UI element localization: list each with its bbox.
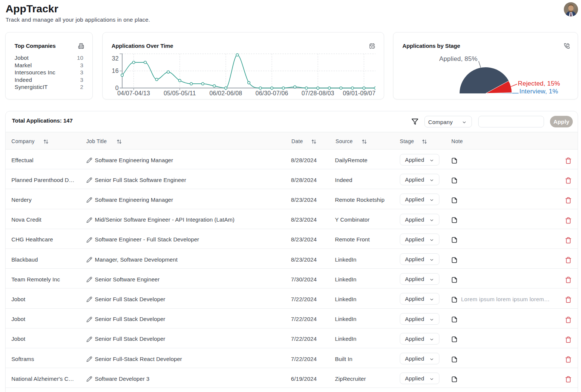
svg-text:07/28-08/03: 07/28-08/03 [301,90,334,96]
svg-text:05/05-05/11: 05/05-05/11 [163,90,195,96]
svg-text:06/02-06/08: 06/02-06/08 [209,90,242,96]
svg-text:32: 32 [112,55,118,62]
svg-text:06/30-07/06: 06/30-07/06 [255,90,288,96]
svg-text:16: 16 [112,68,118,74]
svg-text:Applied, 85%: Applied, 85% [439,55,478,62]
svg-text:Interview, 1%: Interview, 1% [519,88,558,95]
svg-text:09/01-09/07: 09/01-09/07 [343,90,376,96]
svg-text:04/07-04/13: 04/07-04/13 [117,90,150,96]
svg-text:Rejected, 15%: Rejected, 15% [518,80,560,87]
